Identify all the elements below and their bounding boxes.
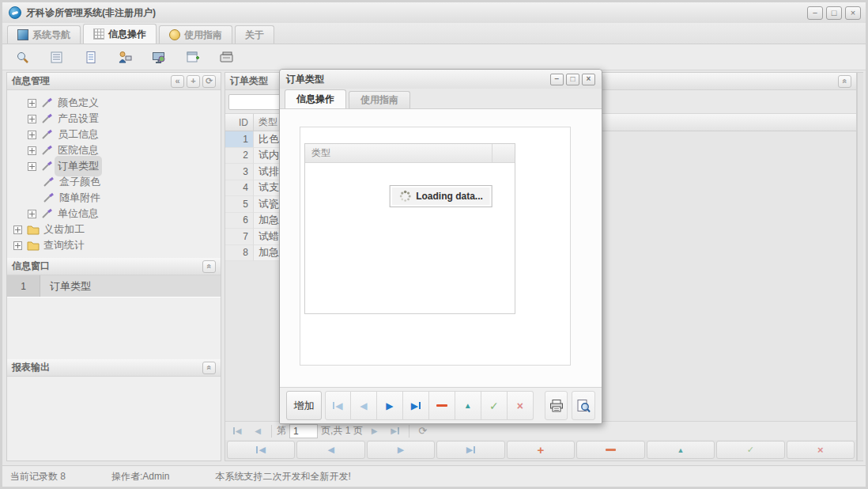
tool-icon bbox=[41, 113, 54, 124]
page-first-button[interactable]: ◀ bbox=[228, 423, 246, 438]
nav-first-button[interactable]: ◀ bbox=[325, 391, 351, 420]
info-window-item[interactable]: 1 订单类型 bbox=[7, 275, 221, 298]
delete-button[interactable] bbox=[429, 391, 455, 420]
collapse-up-icon[interactable]: « bbox=[202, 362, 216, 374]
record-count-text: 当前记录数 8 bbox=[10, 470, 66, 483]
dialog-footer-toolbar: 增加 ◀ ◀ ▶ ▶ ▲ ✓ × bbox=[280, 387, 602, 423]
archive-tool-button[interactable] bbox=[211, 47, 243, 68]
tree-item-hospital-info[interactable]: 医院信息 bbox=[7, 142, 221, 158]
status-message: 本系统支持二次开发和全新开发! bbox=[215, 470, 350, 483]
nav-last-button[interactable]: ▶ bbox=[403, 391, 429, 420]
save-button[interactable]: ✓ bbox=[481, 391, 508, 420]
list-tool-button[interactable] bbox=[41, 47, 73, 68]
expand-icon[interactable] bbox=[13, 241, 22, 250]
monitor-tool-button[interactable] bbox=[143, 47, 175, 68]
page-prev-button[interactable]: ◀ bbox=[249, 423, 266, 438]
record-add-button[interactable]: + bbox=[507, 441, 575, 459]
page-next-button[interactable]: ▶ bbox=[366, 423, 383, 438]
nav-next-button[interactable]: ▶ bbox=[377, 391, 403, 420]
window-add-icon bbox=[186, 51, 200, 64]
tree-item-box-color[interactable]: 盒子颜色 bbox=[7, 174, 221, 190]
order-type-dialog: 订单类型 − □ × 信息操作 使用指南 类型 bbox=[279, 69, 602, 424]
user-tool-button[interactable] bbox=[109, 47, 141, 68]
cell-id[interactable]: 7 bbox=[225, 229, 254, 245]
cell-id[interactable]: 8 bbox=[225, 245, 254, 262]
expand-icon[interactable] bbox=[28, 146, 36, 155]
print-button[interactable] bbox=[545, 391, 568, 420]
cancel-button[interactable]: × bbox=[508, 391, 534, 420]
tree-item-denture-processing[interactable]: 义齿加工 bbox=[7, 222, 221, 237]
icon-toolbar bbox=[2, 44, 866, 70]
tab-about[interactable]: 关于 bbox=[235, 25, 274, 44]
tree-item-attachments[interactable]: 随单附件 bbox=[7, 190, 221, 206]
tree-item-order-type[interactable]: 订单类型 bbox=[7, 158, 221, 174]
tool-icon bbox=[41, 129, 54, 140]
expand-icon[interactable] bbox=[28, 99, 36, 108]
expand-icon[interactable] bbox=[28, 162, 36, 171]
filter-input[interactable] bbox=[228, 94, 281, 110]
folder-icon bbox=[27, 240, 40, 251]
expand-icon[interactable] bbox=[28, 115, 36, 123]
close-button[interactable]: × bbox=[845, 6, 861, 20]
tree-item-unit-info[interactable]: 单位信息 bbox=[7, 206, 221, 222]
spinner-icon bbox=[398, 190, 411, 203]
search-icon bbox=[16, 51, 30, 64]
add-button[interactable]: 增加 bbox=[286, 391, 322, 420]
record-next-button[interactable]: ▶ bbox=[367, 441, 435, 459]
cell-id[interactable]: 2 bbox=[225, 148, 254, 165]
separator bbox=[409, 425, 409, 438]
record-edit-button[interactable]: ▲ bbox=[647, 441, 715, 459]
expand-icon[interactable] bbox=[28, 131, 36, 139]
search-tool-button[interactable] bbox=[7, 47, 39, 68]
document-tool-button[interactable] bbox=[75, 47, 107, 68]
info-window-title: 信息窗口 bbox=[12, 260, 50, 273]
page-last-button[interactable]: ▶ bbox=[387, 423, 404, 438]
tab-info-operation[interactable]: 信息操作 bbox=[83, 24, 157, 44]
nav-prev-button[interactable]: ◀ bbox=[351, 391, 377, 420]
record-prev-button[interactable]: ◀ bbox=[296, 441, 364, 459]
panel-refresh-icon[interactable]: ⟳ bbox=[202, 75, 216, 88]
record-first-button[interactable]: ◀ bbox=[227, 441, 295, 459]
expand-icon[interactable] bbox=[13, 226, 22, 234]
collapse-up-icon[interactable]: « bbox=[838, 75, 851, 88]
cell-id[interactable]: 3 bbox=[225, 164, 254, 180]
card-file-icon bbox=[219, 51, 235, 64]
window-add-tool-button[interactable] bbox=[177, 47, 209, 68]
edit-button[interactable]: ▲ bbox=[455, 391, 481, 420]
tab-system-nav[interactable]: 系统导航 bbox=[7, 25, 81, 44]
cell-id[interactable]: 5 bbox=[225, 196, 254, 213]
page-input[interactable] bbox=[289, 424, 318, 438]
dialog-tab-info-operation[interactable]: 信息操作 bbox=[285, 89, 346, 108]
collapse-left-icon[interactable]: « bbox=[171, 75, 184, 88]
dialog-titlebar[interactable]: 订单类型 − □ × bbox=[280, 70, 602, 89]
dialog-minimize-button[interactable]: − bbox=[550, 74, 564, 85]
record-last-button[interactable]: ▶ bbox=[436, 441, 504, 459]
page-refresh-icon[interactable]: ⟳ bbox=[414, 423, 432, 438]
column-header-id[interactable]: ID bbox=[225, 114, 254, 131]
tree-item-employee-info[interactable]: 员工信息 bbox=[7, 127, 221, 142]
tab-label: 系统导航 bbox=[32, 28, 70, 42]
record-delete-button[interactable] bbox=[576, 441, 644, 459]
splitter-strip[interactable] bbox=[857, 72, 863, 461]
dialog-column-header-type[interactable]: 类型 bbox=[305, 144, 492, 162]
restore-button[interactable]: □ bbox=[826, 6, 842, 20]
tree-item-color-definition[interactable]: 颜色定义 bbox=[7, 95, 221, 111]
record-cancel-button[interactable]: × bbox=[787, 441, 855, 459]
tab-user-guide[interactable]: 使用指南 bbox=[159, 25, 232, 44]
dialog-tab-user-guide[interactable]: 使用指南 bbox=[349, 91, 410, 108]
tree-item-product-settings[interactable]: 产品设置 bbox=[7, 111, 221, 127]
panel-add-icon[interactable]: + bbox=[187, 75, 200, 88]
cell-id[interactable]: 1 bbox=[225, 131, 254, 148]
loading-indicator: Loading data... bbox=[389, 185, 492, 207]
expand-icon[interactable] bbox=[28, 210, 36, 218]
dialog-maximize-button[interactable]: □ bbox=[566, 74, 579, 85]
tree-item-query-statistics[interactable]: 查询统计 bbox=[7, 237, 221, 253]
cell-id[interactable]: 4 bbox=[225, 180, 254, 197]
dialog-close-button[interactable]: × bbox=[582, 74, 595, 85]
minimize-button[interactable]: − bbox=[807, 6, 823, 20]
cell-id[interactable]: 6 bbox=[225, 213, 254, 229]
collapse-up-icon[interactable]: « bbox=[202, 260, 216, 273]
record-save-button[interactable]: ✓ bbox=[716, 441, 784, 459]
preview-button[interactable] bbox=[572, 391, 595, 420]
status-bar: 当前记录数 8 操作者:Admin 本系统支持二次开发和全新开发! bbox=[2, 465, 866, 487]
